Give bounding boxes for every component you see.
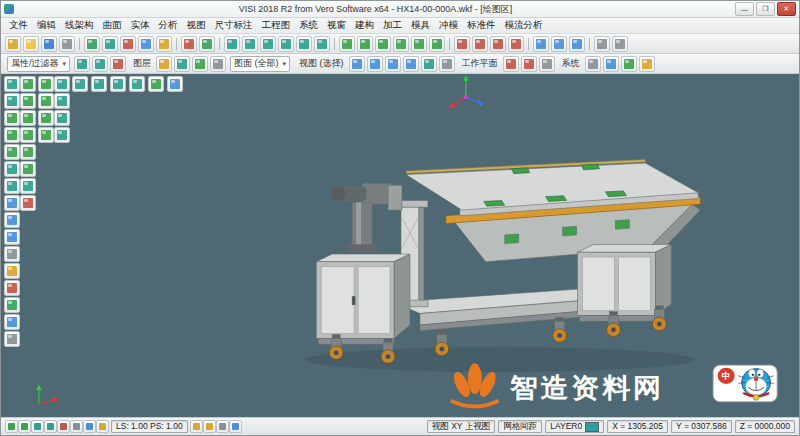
layer-manager-icon[interactable] (174, 56, 190, 72)
info-icon[interactable] (229, 420, 242, 433)
render-icon[interactable] (167, 76, 183, 92)
layer-new-icon[interactable] (156, 56, 172, 72)
line-icon[interactable] (357, 36, 373, 52)
point-tool-icon[interactable] (20, 76, 36, 92)
filter-dropdown[interactable]: 属性/过滤器 ▾ (7, 56, 70, 72)
viewport[interactable]: 智造资料网 中 (1, 74, 799, 417)
zoom-fit-icon[interactable] (296, 36, 312, 52)
menu-item[interactable]: 冲模 (435, 18, 462, 33)
line-tool-icon[interactable] (20, 93, 36, 109)
view-iso-icon[interactable] (403, 56, 419, 72)
measure-icon[interactable] (533, 36, 549, 52)
view-side-icon[interactable] (385, 56, 401, 72)
arc-icon[interactable] (375, 36, 391, 52)
dynamic-pan-icon[interactable] (72, 76, 88, 92)
menu-item[interactable]: 模流分析 (501, 18, 547, 33)
face-back-icon[interactable] (38, 110, 54, 126)
mirror-tool-icon[interactable] (20, 195, 36, 211)
menu-item[interactable]: 文件 (5, 18, 32, 33)
circle-icon[interactable] (393, 36, 409, 52)
menu-item[interactable]: 编辑 (33, 18, 60, 33)
snap-endpoint-icon[interactable] (5, 420, 18, 433)
boolean-icon[interactable] (490, 36, 506, 52)
menu-item[interactable]: 尺寸标注 (211, 18, 257, 33)
menu-item[interactable]: 分析 (155, 18, 182, 33)
view-top-icon[interactable] (4, 212, 20, 228)
measure-tool-icon[interactable] (4, 314, 20, 330)
filter-clear-icon[interactable] (110, 56, 126, 72)
zoom-fit-icon[interactable] (4, 161, 20, 177)
view-previous-icon[interactable] (439, 56, 455, 72)
separator[interactable] (449, 38, 450, 50)
dynamic-rotate-icon[interactable] (110, 76, 126, 92)
zoom-in-icon[interactable] (4, 127, 20, 143)
window-select-icon[interactable] (4, 93, 20, 109)
iso-view-2-icon[interactable] (54, 127, 70, 143)
shaded-icon[interactable] (4, 263, 20, 279)
pan-icon[interactable] (4, 110, 20, 126)
menu-item[interactable]: 视窗 (323, 18, 350, 33)
zoom-out-icon[interactable] (4, 144, 20, 160)
tracking-icon[interactable] (96, 420, 109, 433)
view-front-icon[interactable] (4, 195, 20, 211)
wireframe-icon[interactable] (4, 246, 20, 262)
spline-tool-icon[interactable] (20, 178, 36, 194)
annotation-icon[interactable] (569, 36, 585, 52)
view-field[interactable]: 视图 XY 上视图 (427, 420, 495, 433)
menu-item[interactable]: 标准件 (463, 18, 500, 33)
show-all-icon[interactable] (4, 297, 20, 313)
menu-item[interactable]: 实体 (127, 18, 154, 33)
layer-field[interactable]: LAYER0 (545, 420, 604, 433)
paste-icon[interactable] (156, 36, 172, 52)
menu-item[interactable]: 曲面 (99, 18, 126, 33)
iso-view-1-icon[interactable] (38, 127, 54, 143)
separator[interactable] (79, 38, 80, 50)
layer-on-icon[interactable] (192, 56, 208, 72)
wcs-icon[interactable] (190, 420, 203, 433)
print-icon[interactable] (59, 36, 75, 52)
system-options-icon[interactable] (585, 56, 601, 72)
options-icon[interactable] (612, 36, 628, 52)
zoom-window-icon[interactable] (278, 36, 294, 52)
select-icon[interactable] (199, 36, 215, 52)
save-file-icon[interactable] (41, 36, 57, 52)
open-file-icon[interactable] (23, 36, 39, 52)
maximize-button[interactable]: ❐ (756, 2, 775, 16)
menu-item[interactable]: 系统 (295, 18, 322, 33)
view-rotate-icon[interactable] (421, 56, 437, 72)
face-front-icon[interactable] (54, 76, 70, 92)
fillet-icon[interactable] (508, 36, 524, 52)
refresh-icon[interactable] (148, 76, 164, 92)
rotate-view-icon[interactable] (260, 36, 276, 52)
menu-item[interactable]: 建构 (351, 18, 378, 33)
workplane-reset-icon[interactable] (539, 56, 555, 72)
dynamic-zoom-icon[interactable] (91, 76, 107, 92)
light-icon[interactable] (203, 420, 216, 433)
select-arrow-icon[interactable] (4, 76, 20, 92)
arc-tool-icon[interactable] (20, 127, 36, 143)
view-iso-icon[interactable] (4, 229, 20, 245)
grid-field[interactable]: 网格间距 (498, 420, 542, 433)
shaded-view-icon[interactable] (242, 36, 258, 52)
system-info-icon[interactable] (603, 56, 619, 72)
menu-item[interactable]: 模具 (407, 18, 434, 33)
revolve-icon[interactable] (472, 36, 488, 52)
wireframe-view-icon[interactable] (224, 36, 240, 52)
separator[interactable] (528, 38, 529, 50)
viewport-canvas[interactable]: 智造资料网 中 (1, 74, 799, 417)
minimize-button[interactable]: — (735, 2, 754, 16)
zoom-previous-icon[interactable] (129, 76, 145, 92)
snap-quadrant-icon[interactable] (44, 420, 57, 433)
menu-item[interactable]: 视图 (183, 18, 210, 33)
filter-icon[interactable] (74, 56, 90, 72)
view-front-icon[interactable] (367, 56, 383, 72)
view-top-icon[interactable] (349, 56, 365, 72)
clip-icon[interactable] (216, 420, 229, 433)
curve-icon[interactable] (411, 36, 427, 52)
layer-off-icon[interactable] (210, 56, 226, 72)
ortho-icon[interactable] (83, 420, 96, 433)
menu-item[interactable]: 加工 (379, 18, 406, 33)
redo-icon[interactable] (102, 36, 118, 52)
close-button[interactable]: ✕ (777, 2, 796, 16)
face-left-icon[interactable] (54, 93, 70, 109)
